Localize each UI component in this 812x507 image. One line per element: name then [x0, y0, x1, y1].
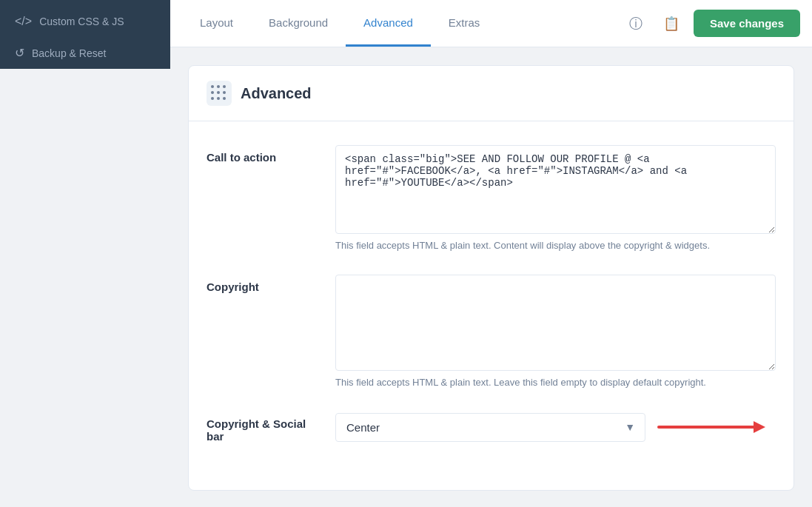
call-to-action-textarea[interactable]: <span class="big">SEE AND FOLLOW OUR PRO… — [335, 145, 776, 234]
copyright-social-wrapper: Left Center Right ▼ — [335, 413, 776, 442]
copyright-social-select[interactable]: Left Center Right — [335, 413, 645, 442]
notes-button[interactable]: 📋 — [658, 10, 685, 37]
panel-body: Call to action <span class="big">SEE AND… — [189, 121, 793, 490]
tab-bar: Layout Background Advanced Extras ⓘ 📋 Sa… — [170, 0, 812, 47]
copyright-row: Copyright This field accepts HTML & plai… — [207, 275, 776, 388]
tab-actions: ⓘ 📋 Save changes — [623, 10, 800, 37]
advanced-panel: Advanced Call to action <span class="big… — [188, 65, 794, 491]
arrow-indicator — [657, 423, 776, 432]
content-area: Advanced Call to action <span class="big… — [170, 47, 812, 507]
help-icon: ⓘ — [629, 15, 642, 33]
copyright-social-row: Copyright & Social bar Left Center Right… — [207, 412, 776, 443]
copyright-social-label: Copyright & Social bar — [207, 412, 318, 443]
sidebar-item-custom-css[interactable]: </> Custom CSS & JS — [0, 6, 170, 37]
panel-icon — [207, 81, 232, 106]
notes-icon: 📋 — [663, 16, 680, 32]
tab-advanced[interactable]: Advanced — [346, 0, 431, 47]
panel-header: Advanced — [189, 66, 793, 121]
backup-icon: ↺ — [15, 46, 24, 60]
tab-layout[interactable]: Layout — [182, 0, 251, 47]
copyright-label: Copyright — [207, 275, 318, 293]
red-arrow-icon — [657, 423, 776, 432]
help-button[interactable]: ⓘ — [623, 10, 649, 37]
dots-grid-icon — [211, 85, 227, 101]
sidebar: </> Custom CSS & JS ↺ Backup & Reset — [0, 0, 170, 507]
call-to-action-hint: This field accepts HTML & plain text. Co… — [335, 240, 776, 251]
sidebar-item-label: Custom CSS & JS — [39, 16, 124, 27]
copyright-social-select-wrapper: Left Center Right ▼ — [335, 413, 645, 442]
copyright-hint: This field accepts HTML & plain text. Le… — [335, 377, 776, 388]
call-to-action-label: Call to action — [207, 145, 318, 164]
call-to-action-row: Call to action <span class="big">SEE AND… — [207, 145, 776, 251]
copyright-control: This field accepts HTML & plain text. Le… — [335, 275, 776, 388]
custom-css-icon: </> — [15, 15, 32, 28]
sidebar-item-backup-reset[interactable]: ↺ Backup & Reset — [0, 37, 170, 69]
tab-extras[interactable]: Extras — [431, 0, 498, 47]
copyright-textarea[interactable] — [335, 275, 776, 371]
save-button[interactable]: Save changes — [694, 10, 800, 37]
panel-title: Advanced — [241, 85, 312, 102]
sidebar-item-label: Backup & Reset — [32, 47, 106, 59]
tab-background[interactable]: Background — [251, 0, 346, 47]
main-content: Layout Background Advanced Extras ⓘ 📋 Sa… — [170, 0, 812, 507]
call-to-action-control: <span class="big">SEE AND FOLLOW OUR PRO… — [335, 145, 776, 251]
